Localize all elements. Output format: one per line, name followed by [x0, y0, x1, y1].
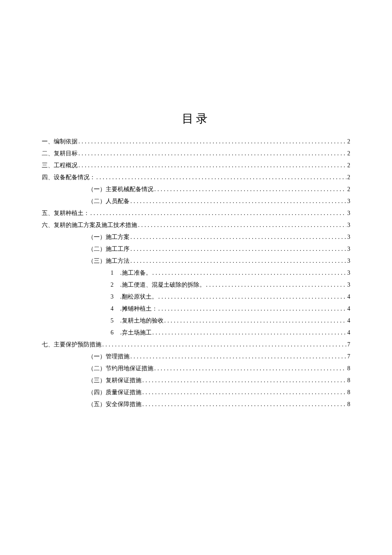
toc-entry: 七、主要保护预防措施7	[42, 339, 350, 351]
toc-entry-label: 1.施工准备。	[107, 267, 152, 279]
toc-entry-page: 4	[347, 291, 350, 303]
toc-entry: 3.翻松原状土。4	[42, 291, 350, 303]
toc-leader-dots	[130, 243, 346, 255]
toc-entry-page: 2	[347, 171, 350, 183]
toc-entry-label: （二）人员配备	[88, 195, 130, 207]
toc-entry-page: 2	[347, 183, 350, 195]
toc-entry-page: 2	[347, 160, 350, 171]
toc-entry: 二、复耕目标2	[42, 148, 350, 160]
toc-entry: （二）节约用地保证措施8	[42, 363, 350, 375]
toc-entry-label: 2.施工便道、混凝土破除的拆除。	[107, 279, 205, 291]
toc-entry-number: 5	[107, 315, 118, 327]
toc-entry: （二）人员配备3	[42, 195, 350, 207]
toc-entry-label: （一）主要机械配备情况	[88, 183, 153, 195]
toc-leader-dots	[102, 339, 346, 351]
toc-entry-label: （一）管理措施	[88, 351, 130, 363]
toc-entry-page: 3	[347, 279, 350, 291]
toc-entry-label: （四）质量保证措施	[88, 386, 141, 398]
toc-leader-dots	[130, 351, 346, 363]
toc-leader-dots	[130, 231, 346, 243]
toc-entry-label: （五）安全保障措施	[88, 398, 141, 410]
toc-leader-dots	[78, 148, 346, 160]
toc-entry: 三、工程概况2	[42, 160, 350, 171]
toc-leader-dots	[206, 279, 347, 291]
toc-entry-page: 3	[347, 231, 350, 243]
toc-entry-label: （三）施工方法	[88, 255, 130, 267]
toc-entry: （五）安全保障措施8	[42, 398, 350, 410]
toc-entry-page: 3	[347, 267, 350, 279]
toc-entry-text: .弃土场施工	[120, 329, 152, 336]
toc-entry-text: .翻松原状土。	[120, 293, 158, 300]
toc-entry-label: 三、工程概况	[42, 160, 78, 171]
toc-leader-dots	[138, 219, 346, 231]
toc-leader-dots	[142, 386, 346, 398]
toc-leader-dots	[159, 291, 347, 303]
toc-entry-number: 3	[107, 291, 118, 303]
toc-leader-dots	[78, 136, 346, 148]
toc-entry-page: 7	[347, 351, 350, 363]
toc-entry-page: 8	[347, 363, 350, 375]
toc-entry-page: 4	[347, 327, 350, 339]
toc-entry-page: 2	[347, 148, 350, 160]
toc-entry-page: 3	[347, 195, 350, 207]
toc-entry-label: 5.复耕土地的验收	[107, 315, 164, 327]
toc-leader-dots	[130, 195, 346, 207]
toc-leader-dots	[90, 207, 346, 219]
toc-leader-dots	[153, 327, 347, 339]
toc-entry: （三）复耕保证措施8	[42, 375, 350, 386]
toc-leader-dots	[78, 160, 346, 171]
toc-entry-page: 3	[347, 255, 350, 267]
toc-entry-label: （一）施工方案	[88, 231, 130, 243]
toc-entry-label: 一、编制依据	[42, 136, 78, 148]
toc-entry-label: （二）施工工序	[88, 243, 130, 255]
toc-entry-page: 3	[347, 207, 350, 219]
toc-entry-text: .复耕土地的验收	[120, 317, 164, 324]
toc-leader-dots	[142, 398, 346, 410]
toc-entry-page: 3	[347, 219, 350, 231]
toc-leader-dots	[153, 267, 347, 279]
toc-entry: 1.施工准备。3	[42, 267, 350, 279]
toc-leader-dots	[96, 171, 346, 183]
toc-entry: （一）施工方案3	[42, 231, 350, 243]
toc-leader-dots	[154, 363, 346, 375]
toc-entry-number: 6	[107, 327, 118, 339]
toc-leader-dots	[164, 315, 347, 327]
toc-entry-number: 4	[107, 303, 118, 315]
toc-entry-number: 2	[107, 279, 118, 291]
toc-entry: （三）施工方法3	[42, 255, 350, 267]
toc-entry-number: 1	[107, 267, 118, 279]
toc-entry-label: （二）节约用地保证措施	[88, 363, 153, 375]
toc-entry: 一、编制依据2	[42, 136, 350, 148]
toc-entry: 六、复耕的施工方案及施工技术措施3	[42, 219, 350, 231]
toc-entry: 5.复耕土地的验收4	[42, 315, 350, 327]
toc-entry-page: 7	[347, 339, 350, 351]
toc-entry-label: 4.摊铺种植土：	[107, 303, 158, 315]
document-page: 目录 一、编制依据2二、复耕目标2三、工程概况2四、设备配备情况：2（一）主要机…	[0, 0, 392, 410]
toc-entry-page: 2	[347, 136, 350, 148]
toc-entry-label: 七、主要保护预防措施	[42, 339, 101, 351]
toc-leader-dots	[142, 375, 346, 386]
toc-entry-text: .施工便道、混凝土破除的拆除。	[120, 282, 205, 288]
toc-leader-dots	[159, 303, 347, 315]
toc-entry-page: 3	[347, 243, 350, 255]
toc-entry-label: 四、设备配备情况：	[42, 171, 95, 183]
toc-entry-page: 4	[347, 303, 350, 315]
toc-leader-dots	[154, 183, 346, 195]
toc-entry: 2.施工便道、混凝土破除的拆除。3	[42, 279, 350, 291]
toc-entry: （四）质量保证措施8	[42, 386, 350, 398]
toc-entry-label: 五、复耕种植土：	[42, 207, 89, 219]
toc-entry: 五、复耕种植土：3	[42, 207, 350, 219]
toc-entry-page: 8	[347, 398, 350, 410]
toc-leader-dots	[130, 255, 346, 267]
page-title: 目录	[42, 111, 350, 126]
toc-entry-page: 8	[347, 375, 350, 386]
toc-entry-text: .摊铺种植土：	[120, 305, 158, 312]
toc-entry-label: 3.翻松原状土。	[107, 291, 158, 303]
toc-entry-label: 二、复耕目标	[42, 148, 78, 160]
toc-entry-page: 8	[347, 386, 350, 398]
toc-entry-page: 4	[347, 315, 350, 327]
toc-entry-label: （三）复耕保证措施	[88, 375, 141, 386]
toc-entry: 6.弃土场施工4	[42, 327, 350, 339]
table-of-contents: 一、编制依据2二、复耕目标2三、工程概况2四、设备配备情况：2（一）主要机械配备…	[42, 136, 350, 410]
toc-entry-text: .施工准备。	[120, 270, 152, 276]
